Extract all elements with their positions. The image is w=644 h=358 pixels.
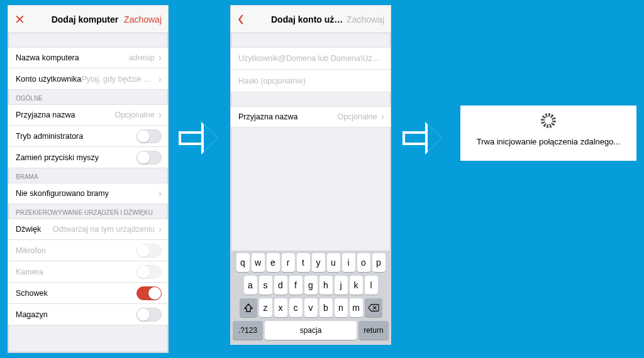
chevron-right-icon: › (158, 52, 162, 63)
user-account-value: Pytaj, gdy będzie wy… (81, 75, 157, 84)
key-j[interactable]: j (335, 276, 348, 295)
keyboard-row-4: .?123 spacja return (233, 321, 389, 340)
key-i[interactable]: i (342, 253, 355, 272)
row-storage: Magazyn (8, 304, 168, 325)
camera-toggle (136, 265, 162, 279)
navbar: Dodaj konto użytkownika Zachowaj (231, 6, 391, 33)
close-button[interactable]: ✕ (14, 13, 48, 26)
key-o[interactable]: o (357, 253, 370, 272)
spinner-icon (541, 113, 556, 128)
row-swap-mouse: Zamień przyciski myszy (8, 147, 168, 168)
chevron-right-icon: › (158, 109, 162, 121)
key-y[interactable]: y (312, 253, 325, 272)
key-k[interactable]: k (350, 276, 363, 295)
shift-key[interactable] (240, 298, 257, 317)
arrow-icon (179, 124, 218, 152)
key-l[interactable]: l (365, 276, 378, 295)
key-s[interactable]: s (259, 276, 272, 295)
row-friendly-name[interactable]: Przyjazna nazwa Opcjonalne › (8, 104, 168, 126)
screen-add-user-account: Dodaj konto użytkownika Zachowaj Użytkow… (230, 5, 391, 345)
key-x[interactable]: x (274, 298, 287, 317)
key-f[interactable]: f (289, 276, 303, 295)
admin-mode-toggle[interactable] (136, 129, 162, 143)
navbar: ✕ Dodaj komputer Zachowaj (8, 6, 168, 33)
key-q[interactable]: q (236, 253, 250, 272)
swap-mouse-label: Zamień przyciski myszy (16, 153, 99, 162)
username-placeholder: Użytkownik@Domena lub Domena\Uży… (238, 54, 383, 63)
pc-name-value: adresip (79, 53, 157, 62)
key-z[interactable]: z (259, 298, 272, 317)
key-c[interactable]: c (289, 298, 303, 317)
nav-title: Dodaj komputer (48, 14, 121, 24)
row-camera: Kamera (8, 261, 168, 283)
friendly-name-value: Opcjonalne (298, 112, 380, 121)
camera-label: Kamera (16, 268, 43, 276)
admin-mode-label: Tryb administratora (16, 132, 83, 141)
shift-icon (244, 303, 253, 312)
loading-message: Trwa inicjowanie połączenia zdalnego... (477, 137, 621, 146)
backspace-key[interactable] (365, 298, 382, 317)
return-key[interactable]: return (358, 321, 389, 340)
row-friendly-name[interactable]: Przyjazna nazwa Opcjonalne › (231, 106, 391, 127)
pc-name-label: Nazwa komputera (16, 53, 79, 62)
key-p[interactable]: p (372, 253, 386, 272)
close-icon: ✕ (14, 13, 25, 26)
chevron-right-icon: › (158, 73, 162, 85)
friendly-name-label: Przyjazna nazwa (238, 112, 298, 121)
row-user-account[interactable]: Konto użytkownika Pytaj, gdy będzie wy… … (8, 68, 168, 90)
key-v[interactable]: v (304, 298, 318, 317)
space-key[interactable]: spacja (265, 321, 357, 340)
loading-dialog: Trwa inicjowanie połączenia zdalnego... (460, 106, 636, 161)
friendly-name-value: Opcjonalne (75, 111, 157, 119)
key-b[interactable]: b (319, 298, 333, 317)
screen-add-computer: ✕ Dodaj komputer Zachowaj Nazwa komputer… (8, 5, 169, 353)
key-r[interactable]: r (282, 253, 295, 272)
key-e[interactable]: e (267, 253, 280, 272)
backspace-icon (368, 303, 379, 312)
section-gateway: BRAMA (8, 168, 168, 183)
row-admin-mode: Tryb administratora (8, 126, 168, 147)
password-placeholder: Hasło (opcjonalnie) (238, 77, 306, 85)
storage-toggle[interactable] (136, 308, 162, 322)
user-account-label: Konto użytkownika (16, 75, 81, 84)
arrow-icon (402, 124, 441, 152)
keyboard-row-1: qwertyuiop (233, 253, 389, 272)
key-a[interactable]: a (244, 276, 257, 295)
back-button[interactable] (237, 14, 271, 25)
chevron-right-icon: › (158, 224, 162, 235)
key-d[interactable]: d (274, 276, 287, 295)
row-pc-name[interactable]: Nazwa komputera adresip › (8, 47, 168, 68)
microphone-label: Mikrofon (16, 246, 46, 255)
password-field[interactable]: Hasło (opcjonalnie) (231, 70, 391, 92)
chevron-right-icon: › (381, 111, 384, 122)
key-u[interactable]: u (327, 253, 340, 272)
key-n[interactable]: n (335, 298, 348, 317)
key-m[interactable]: m (350, 298, 363, 317)
chevron-left-icon (237, 14, 245, 25)
key-g[interactable]: g (304, 276, 318, 295)
clipboard-label: Schowek (16, 289, 48, 298)
row-sound[interactable]: Dźwięk Odtwarzaj na tym urządzeniu › (8, 219, 168, 240)
sound-value: Odtwarzaj na tym urządzeniu (41, 225, 157, 234)
clipboard-toggle[interactable] (136, 286, 162, 300)
sound-label: Dźwięk (16, 225, 41, 234)
chevron-right-icon: › (158, 188, 162, 199)
save-button[interactable]: Zachowaj (344, 14, 384, 24)
keyboard-row-2: asdfghjkl (233, 276, 389, 295)
section-general: OGÓLNE (8, 90, 168, 104)
save-button[interactable]: Zachowaj (121, 14, 162, 24)
key-t[interactable]: t (297, 253, 310, 272)
section-redirect: PRZEKIEROWYWANIE URZĄDZEŃ I DŹWIĘKU (8, 204, 168, 219)
keyboard: qwertyuiop asdfghjkl zxcvbnm .?123 spacj… (231, 251, 391, 344)
key-w[interactable]: w (252, 253, 265, 272)
swap-mouse-toggle[interactable] (136, 151, 162, 165)
row-clipboard: Schowek (8, 283, 168, 304)
mode-key[interactable]: .?123 (233, 321, 263, 340)
nav-title: Dodaj konto użytkownika (271, 14, 344, 24)
username-field[interactable]: Użytkownik@Domena lub Domena\Uży… (231, 47, 391, 70)
storage-label: Magazyn (16, 310, 48, 319)
keyboard-row-3: zxcvbnm (233, 298, 389, 317)
row-gateway[interactable]: Nie skonfigurowano bramy › (8, 183, 168, 204)
key-h[interactable]: h (319, 276, 333, 295)
gateway-label: Nie skonfigurowano bramy (16, 189, 109, 198)
